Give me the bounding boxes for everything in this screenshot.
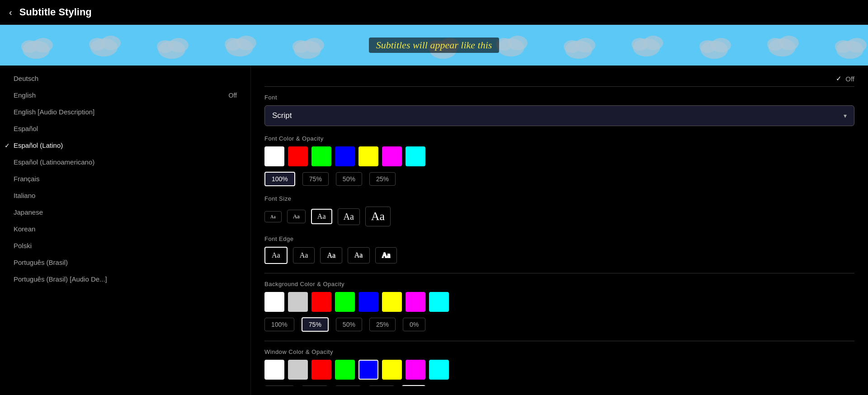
window-color-magenta[interactable] (406, 360, 425, 380)
lang-label: Español (Latino) (14, 141, 63, 149)
font-size-xl[interactable]: Aa (365, 207, 391, 226)
sidebar-item-portugues-br2[interactable]: Português (Brasil) [Audio De...] (0, 271, 250, 287)
svg-point-11 (225, 38, 241, 51)
lang-label: Italiano (14, 192, 35, 199)
separator2 (264, 341, 854, 341)
bg-color-blue[interactable] (359, 292, 378, 312)
font-color-row (264, 146, 854, 166)
window-opacity-100[interactable]: 100% (264, 386, 294, 386)
font-color-blue[interactable] (335, 146, 355, 166)
sidebar-item-deutsch[interactable]: Deutsch (0, 70, 250, 87)
lang-label: English (14, 91, 36, 99)
sidebar-item-polski[interactable]: Polski (0, 237, 250, 254)
window-opacity-0[interactable]: 0% (402, 385, 425, 386)
window-color-red[interactable] (311, 360, 331, 380)
svg-point-5 (89, 38, 105, 51)
lang-label: Korean (14, 225, 35, 233)
bg-color-white[interactable] (264, 292, 284, 312)
sidebar-item-espanol-latino[interactable]: ✓ Español (Latino) (0, 137, 250, 154)
bg-opacity-0[interactable]: 0% (403, 318, 425, 331)
sidebar-item-english[interactable]: English Off (0, 87, 250, 103)
header: ‹ Subtitle Styling (0, 0, 868, 25)
font-edge-depressed[interactable]: Aa (348, 247, 370, 263)
window-color-label: Window Color & Opacity (264, 348, 854, 355)
sidebar-item-espanol[interactable]: Español (0, 120, 250, 137)
svg-point-29 (699, 40, 716, 53)
font-opacity-25[interactable]: 25% (369, 172, 396, 186)
language-panel: Deutsch English Off English [Audio Descr… (0, 66, 251, 395)
window-color-white[interactable] (264, 360, 284, 380)
check-icon: ✓ (836, 75, 842, 83)
bg-opacity-50[interactable]: 50% (336, 318, 362, 331)
window-opacity-25[interactable]: 25% (368, 386, 395, 386)
window-opacity-50[interactable]: 50% (335, 386, 361, 386)
font-edge-outline[interactable]: Aa (375, 247, 397, 263)
bg-opacity-25[interactable]: 25% (369, 318, 396, 331)
lang-label: Polski (14, 242, 32, 249)
window-opacity-row: 100% 75% 50% 25% 0% (264, 385, 854, 386)
font-size-sm[interactable]: Aa (287, 210, 306, 223)
font-size-xs[interactable]: Aa (264, 211, 282, 222)
font-size-md[interactable]: Aa (311, 209, 332, 224)
svg-point-8 (157, 40, 173, 53)
sidebar-item-japanese[interactable]: Japanese (0, 204, 250, 221)
lang-label: Español (Latinoamericano) (14, 158, 94, 166)
font-opacity-100[interactable]: 100% (264, 172, 295, 186)
font-edge-label: Font Edge (264, 235, 854, 242)
window-color-row (264, 360, 854, 380)
chevron-down-icon: ▾ (844, 112, 847, 119)
sidebar-item-espanol-latino2[interactable]: Español (Latinoamericano) (0, 154, 250, 170)
font-color-magenta[interactable] (382, 146, 402, 166)
preview-banner: Subtitles will appear like this (0, 25, 868, 66)
sidebar-item-english-audio[interactable]: English [Audio Description] (0, 103, 250, 120)
window-color-cyan[interactable] (429, 360, 449, 380)
sidebar-item-korean[interactable]: Korean (0, 221, 250, 237)
font-opacity-50[interactable]: 50% (336, 172, 362, 186)
checkmark-icon: ✓ (5, 142, 10, 149)
window-color-yellow[interactable] (382, 360, 402, 380)
lang-label: Português (Brasil) (14, 259, 68, 266)
font-size-row: Aa Aa Aa Aa Aa (264, 207, 854, 226)
window-color-lightgray[interactable] (288, 360, 308, 380)
font-selected-value: Script (272, 111, 292, 120)
font-color-red[interactable] (288, 146, 308, 166)
bg-color-green[interactable] (335, 292, 355, 312)
font-opacity-75[interactable]: 75% (302, 172, 329, 186)
font-size-lg[interactable]: Aa (338, 208, 360, 225)
sidebar-item-italiano[interactable]: Italiano (0, 187, 250, 204)
bg-color-red[interactable] (311, 292, 331, 312)
svg-point-26 (632, 38, 648, 51)
bg-opacity-100[interactable]: 100% (264, 318, 294, 331)
window-color-green[interactable] (335, 360, 355, 380)
font-size-label: Font Size (264, 195, 854, 202)
bg-color-yellow[interactable] (382, 292, 402, 312)
font-color-green[interactable] (311, 146, 331, 166)
window-color-blue[interactable] (359, 360, 378, 380)
bg-opacity-75[interactable]: 75% (302, 317, 329, 332)
font-color-yellow[interactable] (359, 146, 378, 166)
bg-color-lightgray[interactable] (288, 292, 308, 312)
svg-point-32 (767, 38, 783, 51)
sidebar-item-francais[interactable]: Français (0, 170, 250, 187)
font-edge-shadow[interactable]: Aa (293, 247, 315, 263)
font-edge-row: Aa Aa Aa Aa Aa (264, 247, 854, 264)
font-edge-none[interactable]: Aa (264, 247, 288, 264)
page-title: Subtitle Styling (19, 6, 92, 18)
back-button[interactable]: ‹ (9, 7, 12, 18)
font-color-white[interactable] (264, 146, 284, 166)
bg-color-cyan[interactable] (429, 292, 449, 312)
svg-point-23 (564, 40, 580, 53)
off-status: ✓ Off (836, 75, 854, 83)
bg-opacity-row: 100% 75% 50% 25% 0% (264, 317, 854, 332)
sidebar-item-portugues-br[interactable]: Português (Brasil) (0, 254, 250, 271)
font-color-cyan[interactable] (406, 146, 425, 166)
lang-label: Japanese (14, 208, 43, 216)
bg-color-magenta[interactable] (406, 292, 425, 312)
lang-label: Português (Brasil) [Audio De...] (14, 275, 107, 283)
font-edge-raised[interactable]: Aa (320, 247, 342, 263)
svg-point-14 (292, 40, 309, 53)
font-dropdown[interactable]: Script ▾ (264, 105, 854, 126)
window-opacity-75[interactable]: 75% (302, 386, 328, 386)
off-indicator: Off (229, 92, 237, 99)
lang-label: Français (14, 175, 40, 183)
